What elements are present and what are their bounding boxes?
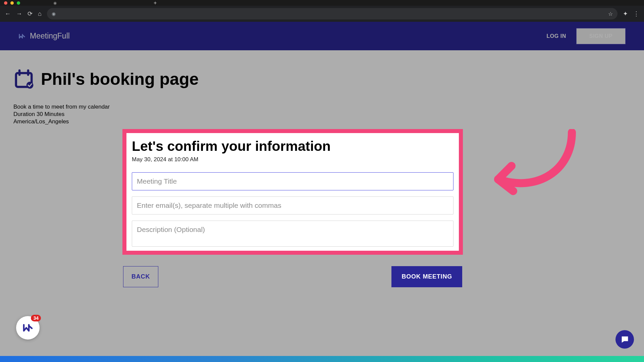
confirm-dialog: Let's confirm your information May 30, 2… bbox=[122, 129, 463, 287]
tab-favicon-globe-icon: ◉ bbox=[53, 1, 57, 5]
book-meeting-button[interactable]: BOOK MEETING bbox=[391, 266, 462, 287]
back-button[interactable]: BACK bbox=[123, 266, 158, 287]
emails-input[interactable] bbox=[132, 196, 453, 215]
site-info-globe-icon[interactable]: ◉ bbox=[52, 11, 56, 16]
macos-titlebar: ◉ + bbox=[0, 0, 644, 6]
nav-back-icon[interactable]: ← bbox=[5, 11, 11, 17]
chat-fab[interactable] bbox=[615, 330, 634, 349]
window-close-dot[interactable] bbox=[4, 1, 7, 5]
window-min-dot[interactable] bbox=[10, 1, 14, 5]
browser-toolbar: ← → ⟳ ⌂ ◉ ☆ ✦ ⋮ bbox=[0, 6, 644, 22]
nav-forward-icon[interactable]: → bbox=[16, 11, 22, 17]
description-textarea[interactable] bbox=[132, 221, 453, 247]
browser-menu-icon[interactable]: ⋮ bbox=[633, 11, 639, 17]
bookmark-star-icon[interactable]: ☆ bbox=[608, 11, 613, 17]
notifications-fab[interactable]: 34 bbox=[16, 316, 40, 340]
new-tab-button[interactable]: + bbox=[154, 0, 157, 6]
annotation-highlight-frame: Let's confirm your information May 30, 2… bbox=[122, 129, 463, 255]
dialog-datetime: May 30, 2024 at 10:00 AM bbox=[132, 156, 453, 163]
extensions-icon[interactable]: ✦ bbox=[623, 11, 628, 17]
meetingfull-mini-logo-icon bbox=[22, 322, 34, 334]
chat-bubble-icon bbox=[620, 335, 630, 344]
window-max-dot[interactable] bbox=[17, 1, 20, 5]
meeting-title-input[interactable] bbox=[132, 172, 453, 190]
nav-home-icon[interactable]: ⌂ bbox=[38, 11, 42, 17]
notifications-count-badge: 34 bbox=[31, 315, 41, 321]
footer-gradient bbox=[0, 356, 644, 362]
dialog-title: Let's confirm your information bbox=[132, 138, 453, 154]
page-viewport: MeetingFull LOG IN SIGN UP Phil's bookin… bbox=[0, 22, 644, 362]
nav-reload-icon[interactable]: ⟳ bbox=[28, 11, 33, 17]
address-bar[interactable]: ◉ ☆ bbox=[47, 8, 618, 19]
